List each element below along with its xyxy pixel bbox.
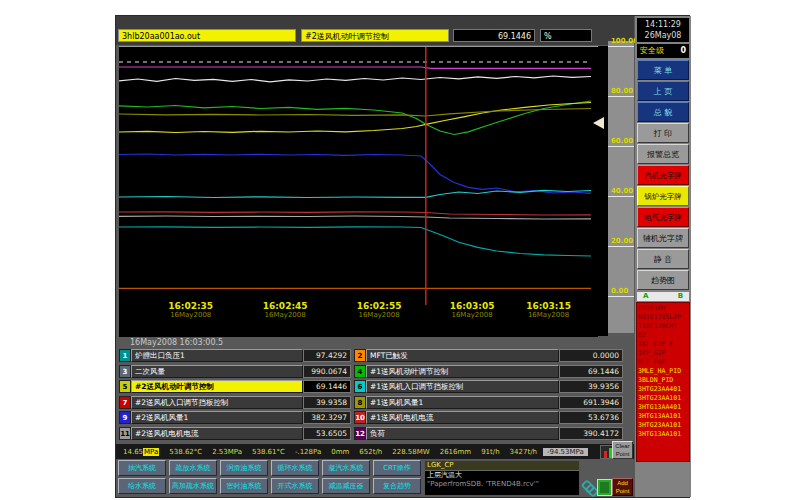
toolbar-button[interactable]: 减温减压器 — [322, 478, 370, 494]
point-code[interactable]: 3HTG23AA401 — [638, 385, 688, 394]
legend-row[interactable]: 11#2送风机电机电流53.6505 — [119, 427, 351, 440]
point-code[interactable]: 1KF_G2P — [638, 349, 688, 358]
toolbar-button[interactable]: CRT操作 — [373, 460, 421, 476]
status-segment: 538.62°C — [165, 448, 206, 456]
clear-point-button[interactable]: Clear Point — [612, 441, 633, 459]
status-segment: 0mm — [327, 448, 353, 456]
sidebar-button-gray[interactable]: 报警总览 — [637, 144, 689, 164]
sidebar-button-yellow[interactable]: 锅炉光字牌 — [637, 186, 689, 206]
legend-row[interactable]: 10#1送风机电机电流53.6736 — [354, 411, 623, 424]
trend-line — [119, 216, 591, 219]
y-tick-label: 80.00 — [611, 87, 633, 95]
point-code[interactable]: B8901BHT — [638, 304, 688, 313]
y-tick-mark-icon — [608, 46, 634, 47]
sidebar-button-gray[interactable]: 趋势图 — [637, 270, 689, 290]
sidebar-button-blue[interactable]: 总 貌 — [637, 102, 689, 122]
y-tick-mark-icon — [608, 146, 634, 147]
point-code[interactable]: 3HTG13AA101 — [638, 412, 688, 421]
pen-label: 二次风量 — [131, 365, 303, 378]
status-segment: 91t/h — [477, 448, 503, 456]
point-code[interactable]: 3HTG23AA101 — [638, 394, 688, 403]
pen-value: 382.3297 — [303, 411, 351, 424]
point-code[interactable]: MLF_PAF — [638, 358, 688, 367]
toolbar-button[interactable]: 凝汽水系统 — [322, 460, 370, 476]
sidebar-button-gray[interactable]: 打 印 — [637, 123, 689, 143]
trend-group-selector[interactable]: A B — [637, 292, 689, 301]
link-icon[interactable] — [582, 480, 596, 494]
point-code-list: B8901BHTN01E1785L#PT18E12ACHTD21KF_G2P_F… — [636, 302, 690, 462]
point-tag-field[interactable]: 3hlb20aa001ao.out — [118, 29, 296, 42]
console-line: LGK_CP — [425, 461, 579, 471]
legend-row[interactable]: 6#1送风机入口调节挡板控制39.9356 — [354, 380, 623, 393]
sidebar-button-blue[interactable]: 上 页 — [637, 81, 689, 101]
trend-line — [119, 227, 591, 256]
group-a-label[interactable]: A — [643, 292, 648, 301]
point-code[interactable]: 3BLDN_PID — [638, 376, 688, 385]
toolbar-button[interactable]: 润滑油系统 — [220, 460, 268, 476]
sidebar-button-gray[interactable]: 辅机光字牌 — [637, 228, 689, 248]
point-code[interactable]: N01E1785L#P — [638, 313, 688, 322]
point-code[interactable]: T18E12ACHT — [638, 322, 688, 331]
clear-point-label-1: Clear — [615, 443, 629, 449]
legend-row[interactable]: 3二次风量990.0674 — [119, 365, 351, 378]
group-b-label[interactable]: B — [678, 292, 683, 301]
pen-label: #1送风机动叶调节控制 — [366, 365, 559, 378]
toolbar-button[interactable]: 密封油系统 — [220, 478, 268, 494]
add-point-button[interactable]: Add Point — [612, 478, 633, 496]
pen-label: 炉膛出口负压1 — [131, 349, 303, 362]
status-segment: 228.58MW — [388, 448, 433, 456]
toolbar-button[interactable]: 疏放水系统 — [169, 460, 217, 476]
toolbar-button[interactable]: 复合趋势 — [373, 478, 421, 494]
toolbar-button[interactable]: 循环水系统 — [271, 460, 319, 476]
legend-row[interactable]: 8#1送风机风量1691.3946 — [354, 396, 623, 409]
point-code[interactable]: 3HTG23AA101 — [638, 421, 688, 430]
toolbar-button[interactable]: 给水系统 — [118, 478, 166, 494]
pen-label: 负荷 — [366, 427, 559, 440]
sidebar-button-red[interactable]: 电气光字牌 — [637, 207, 689, 227]
point-code[interactable]: 3HTG13AA401 — [638, 403, 688, 412]
clear-point-label-2: Point — [616, 451, 630, 457]
toolbar-button[interactable]: 抽汽系统 — [118, 460, 166, 476]
sidebar-button-red[interactable]: 汽机光字牌 — [637, 165, 689, 185]
screenshot-stage: 3hlb20aa001ao.out #2送风机动叶调节控制 69.1446 % … — [0, 0, 800, 500]
legend-row[interactable]: 2MFT已触发0.0000 — [354, 349, 623, 362]
pen-value: 97.4292 — [303, 349, 351, 362]
pen-value: 53.6736 — [559, 411, 623, 424]
console-line: 上层汽温大 — [425, 471, 579, 480]
x-tick-date: 16May2008 — [518, 311, 580, 319]
legend-row[interactable]: 7#2送风机入口调节挡板控制39.9358 — [119, 396, 351, 409]
security-level: 安全级 0 — [637, 44, 689, 58]
pen-value: 53.6505 — [303, 427, 351, 440]
clock-time: 14:11:29 — [637, 19, 689, 30]
y-tick-label: 100.00 — [611, 37, 638, 45]
x-tick-date: 16May2008 — [441, 311, 503, 319]
x-tick: 16:02:5516May2008 — [348, 301, 410, 319]
trend-plot-area[interactable]: 16:02:3516May200816:02:4516May200816:02:… — [119, 46, 598, 337]
point-code[interactable]: 1KF_G2P_F — [638, 340, 688, 349]
point-description-field[interactable]: #2送风机动叶调节控制 — [301, 29, 449, 42]
legend-row[interactable]: 9#2送风机风量1382.3297 — [119, 411, 351, 424]
y-tick-mark-icon — [608, 246, 634, 247]
cursor-timestamp: 16May2008 16:03:00.5 — [130, 338, 223, 347]
legend-row[interactable]: 1炉膛出口负压197.4292 — [119, 349, 351, 362]
pen-label: MFT已触发 — [366, 349, 559, 362]
legend-row[interactable]: 12负荷390.4172 — [354, 427, 623, 440]
trend-line — [119, 76, 591, 82]
point-code[interactable]: 3HTG13AA101 — [638, 430, 688, 439]
pen-value: 69.1446 — [559, 365, 623, 378]
message-console[interactable]: LGK_CP上层汽温大"PaperfromSDB. 'TREND4B.rcv'" — [424, 460, 580, 496]
sidebar-button-gray[interactable]: 静 音 — [637, 249, 689, 269]
sidebar-button-blue[interactable]: 菜 单 — [637, 60, 689, 80]
pen-value-marker-icon[interactable] — [593, 117, 604, 129]
point-code[interactable]: 3MLE_HA_PID — [638, 367, 688, 376]
pen-color-chip: 2 — [354, 349, 366, 362]
security-value: 0 — [680, 44, 686, 58]
toolbar-button[interactable]: 高加疏水系统 — [169, 478, 217, 494]
panel-icon[interactable] — [597, 479, 612, 496]
y-axis-scale[interactable]: 100.0080.0060.0040.0020.000.00 — [608, 41, 634, 333]
toolbar-button[interactable]: 开式水系统 — [271, 478, 319, 494]
legend-row[interactable]: 5#2送风机动叶调节控制69.1446 — [119, 380, 351, 393]
point-code[interactable]: D2 — [638, 331, 688, 340]
x-tick-time: 16:02:45 — [254, 301, 316, 311]
legend-row[interactable]: 4#1送风机动叶调节控制69.1446 — [354, 365, 623, 378]
